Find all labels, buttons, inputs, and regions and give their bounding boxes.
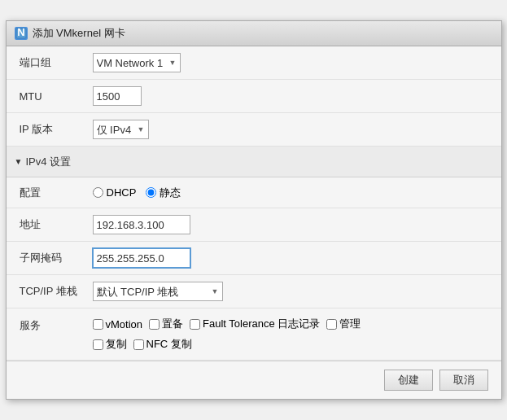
port-group-control: VM Network 1: [93, 53, 488, 72]
provision-label[interactable]: 置备: [149, 317, 183, 331]
subnet-input[interactable]: [93, 248, 190, 268]
dialog-footer: 创建 取消: [7, 361, 501, 399]
port-group-select-wrapper[interactable]: VM Network 1: [93, 53, 181, 72]
dhcp-radio-label[interactable]: DHCP: [93, 186, 137, 199]
port-group-select[interactable]: VM Network 1: [93, 53, 181, 72]
services-row: 服务 vMotion 置备 Fault Tolerance 日志记录: [7, 308, 501, 361]
ip-version-select[interactable]: 仅 IPv4: [93, 120, 149, 139]
address-control: [93, 215, 488, 234]
title-icon: N: [15, 27, 28, 40]
dialog-title: 添加 VMkernel 网卡: [33, 26, 125, 41]
port-group-label: 端口组: [20, 55, 93, 70]
vmotion-label[interactable]: vMotion: [93, 318, 143, 330]
mgmt-label[interactable]: 管理: [326, 317, 361, 331]
svg-text:N: N: [17, 28, 24, 38]
mtu-label: MTU: [20, 90, 93, 103]
vmotion-checkbox[interactable]: [93, 319, 103, 330]
provision-text: 置备: [162, 317, 183, 331]
tcpip-select[interactable]: 默认 TCP/IP 堆栈: [93, 282, 223, 301]
subnet-row: 子网掩码: [7, 242, 501, 275]
tcpip-select-wrapper[interactable]: 默认 TCP/IP 堆栈: [93, 282, 223, 301]
ip-version-select-wrapper[interactable]: 仅 IPv4: [93, 120, 149, 139]
tcpip-label: TCP/IP 堆栈: [20, 284, 93, 299]
config-control: DHCP 静态: [93, 186, 488, 200]
config-label: 配置: [20, 186, 93, 200]
cancel-button[interactable]: 取消: [439, 370, 488, 391]
mtu-row: MTU: [7, 80, 501, 113]
services-row-1: vMotion 置备 Fault Tolerance 日志记录 管理: [93, 317, 361, 331]
ipv4-section-toggle[interactable]: ▼ IPv4 设置: [15, 155, 72, 169]
ipv4-section-header[interactable]: ▼ IPv4 设置: [7, 147, 501, 177]
replication-label[interactable]: 复制: [93, 337, 127, 352]
static-label: 静态: [160, 186, 181, 200]
titlebar: N 添加 VMkernel 网卡: [7, 21, 501, 46]
ft-text: Fault Tolerance 日志记录: [203, 317, 320, 331]
subnet-label: 子网掩码: [20, 251, 93, 265]
mgmt-text: 管理: [339, 317, 361, 331]
port-group-row: 端口组 VM Network 1: [7, 46, 501, 80]
static-radio-label[interactable]: 静态: [146, 186, 181, 200]
config-row: 配置 DHCP 静态: [7, 177, 501, 208]
replication-text: 复制: [106, 337, 127, 352]
services-label: 服务: [20, 317, 93, 333]
tcpip-control: 默认 TCP/IP 堆栈: [93, 282, 488, 301]
ip-version-row: IP 版本 仅 IPv4: [7, 113, 501, 147]
dialog-body: 端口组 VM Network 1 MTU IP 版本 仅: [7, 46, 501, 361]
address-input[interactable]: [93, 215, 190, 234]
address-row: 地址: [7, 208, 501, 242]
nfc-checkbox[interactable]: [133, 339, 144, 350]
nfc-label[interactable]: NFC 复制: [133, 337, 192, 352]
add-vmkernel-dialog: N 添加 VMkernel 网卡 端口组 VM Network 1 MTU: [6, 20, 502, 400]
mtu-control: [93, 86, 488, 106]
ft-label[interactable]: Fault Tolerance 日志记录: [190, 317, 320, 331]
dhcp-label: DHCP: [107, 186, 137, 199]
tcpip-row: TCP/IP 堆栈 默认 TCP/IP 堆栈: [7, 275, 501, 308]
config-radio-group: DHCP 静态: [93, 186, 181, 200]
address-label: 地址: [20, 217, 93, 232]
nfc-text: NFC 复制: [146, 337, 192, 352]
services-row-2: 复制 NFC 复制: [93, 337, 192, 352]
replication-checkbox[interactable]: [93, 339, 103, 350]
ip-version-control: 仅 IPv4: [93, 120, 488, 139]
mgmt-checkbox[interactable]: [326, 319, 337, 330]
ip-version-label: IP 版本: [20, 122, 93, 137]
ipv4-section-label: IPv4 设置: [25, 155, 71, 169]
vmotion-text: vMotion: [106, 318, 143, 330]
ft-checkbox[interactable]: [190, 319, 200, 330]
dhcp-radio[interactable]: [93, 187, 103, 198]
services-control: vMotion 置备 Fault Tolerance 日志记录 管理: [93, 317, 488, 352]
create-button[interactable]: 创建: [384, 370, 433, 391]
static-radio[interactable]: [146, 187, 156, 198]
subnet-control: [93, 248, 488, 268]
collapse-icon: ▼: [15, 157, 23, 166]
provision-checkbox[interactable]: [149, 319, 160, 330]
mtu-input[interactable]: [93, 86, 142, 106]
